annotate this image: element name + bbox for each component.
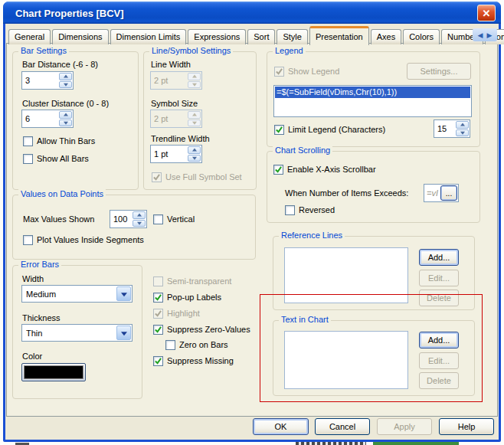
show-all-bars-label: Show All Bars — [37, 154, 89, 163]
checkbox-box — [153, 356, 163, 366]
reference-lines-list[interactable] — [284, 247, 408, 303]
max-values-shown-value: 100 — [110, 211, 132, 227]
check-icon — [155, 294, 162, 301]
tab-colors[interactable]: Colors — [403, 29, 440, 44]
spin-down-icon[interactable] — [188, 155, 201, 162]
checkbox-box — [153, 309, 163, 319]
background-window-artifact — [296, 442, 366, 445]
use-full-symbol-set-label: Use Full Symbol Set — [165, 172, 242, 182]
tab-dimension-limits[interactable]: Dimension Limits — [110, 29, 187, 44]
close-button[interactable]: ✕ — [477, 5, 496, 21]
plot-values-inside-segments-checkbox[interactable]: Plot Values Inside Segments — [23, 234, 144, 245]
legend-title: Legend — [273, 46, 306, 55]
check-icon — [155, 326, 162, 333]
zero-on-bars-checkbox[interactable]: Zero on Bars — [165, 339, 228, 350]
text-in-chart-add-button[interactable]: Add... — [419, 332, 459, 348]
spinner-buttons — [132, 211, 146, 227]
limit-legend-value: 15 — [434, 120, 455, 137]
check-icon — [155, 358, 162, 365]
spin-up-icon[interactable] — [188, 146, 201, 154]
error-bar-width-dropdown[interactable]: Medium — [21, 285, 133, 303]
enable-x-axis-scrollbar-label: Enable X-Axis Scrollbar — [287, 165, 376, 174]
error-bar-thickness-dropdown[interactable]: Thin — [21, 324, 133, 342]
limit-legend-checkbox[interactable]: Limit Legend (Characters) — [274, 124, 385, 135]
title-bar[interactable]: Chart Properties [BCV] — [3, 2, 501, 24]
tab-style[interactable]: Style — [277, 29, 307, 44]
reference-lines-add-button[interactable]: Add... — [419, 249, 459, 266]
spin-up-icon — [188, 111, 201, 119]
symbol-size-label: Symbol Size — [151, 99, 198, 109]
checkbox-box — [152, 172, 162, 182]
suppress-zero-values-checkbox[interactable]: Suppress Zero-Values — [153, 324, 250, 335]
zero-on-bars-label: Zero on Bars — [179, 340, 228, 349]
symbol-size-value: 2 pt — [151, 110, 187, 127]
bar-distance-label: Bar Distance (-6 - 8) — [22, 60, 98, 70]
background-window-artifact — [373, 442, 459, 445]
chevron-down-icon[interactable] — [116, 286, 131, 301]
spin-up-icon[interactable] — [456, 121, 469, 129]
reversed-checkbox[interactable]: Reversed — [285, 205, 335, 215]
close-icon: ✕ — [483, 8, 491, 19]
enable-x-axis-scrollbar-checkbox[interactable]: Enable X-Axis Scrollbar — [273, 164, 376, 175]
highlight-label: Highlight — [167, 309, 200, 318]
items-exceed-ellipsis-button[interactable]: ... — [440, 185, 457, 201]
values-on-data-points-title: Values on Data Points — [18, 189, 106, 198]
checkbox-box — [153, 325, 163, 335]
spinner-buttons — [187, 72, 201, 89]
ellipsis-icon: ... — [446, 189, 452, 198]
limit-legend-spinner[interactable]: 15 — [434, 119, 470, 138]
chevron-down-icon[interactable] — [116, 326, 131, 340]
suppress-missing-checkbox[interactable]: Suppress Missing — [153, 355, 234, 366]
spin-down-icon[interactable] — [133, 220, 146, 227]
tab-scroll-right-icon[interactable]: ▶ — [487, 31, 493, 39]
tab-dimensions[interactable]: Dimensions — [52, 29, 108, 44]
tab-general[interactable]: General — [8, 29, 51, 44]
bar-distance-spinner[interactable]: 3 — [21, 71, 74, 90]
spinner-buttons — [58, 110, 73, 127]
popup-labels-label: Pop-up Labels — [167, 293, 221, 302]
text-in-chart-delete-button: Delete — [419, 372, 459, 389]
spin-down-icon[interactable] — [456, 129, 469, 137]
text-in-chart-title: Text in Chart — [279, 315, 331, 324]
trendline-width-spinner[interactable]: 1 pt — [150, 145, 202, 163]
cancel-button[interactable]: Cancel — [315, 418, 370, 435]
check-icon — [153, 174, 160, 181]
show-all-bars-checkbox[interactable]: Show All Bars — [23, 153, 89, 164]
checkbox-box — [23, 235, 33, 245]
allow-thin-bars-checkbox[interactable]: Allow Thin Bars — [23, 136, 95, 146]
spin-up-icon[interactable] — [133, 211, 146, 219]
vertical-checkbox[interactable]: Vertical — [153, 214, 195, 224]
spin-down-icon — [188, 81, 201, 89]
legend-expression-list[interactable]: =$(=SubField(vDims,Chr(10),1)) — [273, 85, 472, 117]
checkbox-box — [274, 125, 284, 135]
error-bar-color-swatch[interactable] — [21, 363, 86, 381]
bar-distance-value: 3 — [22, 72, 58, 89]
popup-labels-checkbox[interactable]: Pop-up Labels — [153, 292, 221, 303]
spin-up-icon[interactable] — [59, 73, 72, 80]
spin-up-icon[interactable] — [59, 111, 72, 119]
spin-down-icon[interactable] — [59, 119, 72, 127]
tab-sort[interactable]: Sort — [247, 29, 275, 44]
tab-axes[interactable]: Axes — [371, 29, 401, 44]
reversed-label: Reversed — [299, 205, 335, 214]
tab-scroll-left-icon[interactable]: ◀ — [478, 31, 483, 39]
spin-down-icon[interactable] — [59, 81, 72, 89]
help-button[interactable]: Help — [439, 418, 494, 435]
legend-expression-item[interactable]: =$(=SubField(vDims,Chr(10),1)) — [275, 87, 470, 98]
max-values-shown-spinner[interactable]: 100 — [110, 210, 147, 228]
ok-button[interactable]: OK — [253, 418, 309, 435]
items-exceed-input[interactable]: =vI ... — [424, 184, 459, 202]
line-symbol-settings-title: Line/Symbol Settings — [149, 46, 233, 55]
error-bars-title: Error Bars — [18, 260, 61, 269]
semi-transparent-label: Semi-transparent — [167, 276, 231, 286]
text-in-chart-edit-button: Edit... — [419, 352, 459, 369]
check-icon — [155, 310, 162, 317]
tab-presentation[interactable]: Presentation — [309, 26, 369, 45]
cluster-distance-spinner[interactable]: 6 — [21, 110, 74, 128]
color-swatch-fill — [24, 365, 83, 379]
error-bar-thickness-label: Thickness — [22, 313, 61, 323]
symbol-size-spinner: 2 pt — [150, 110, 202, 128]
tab-expressions[interactable]: Expressions — [188, 29, 246, 44]
text-in-chart-list[interactable] — [284, 331, 408, 389]
trendline-width-value: 1 pt — [151, 146, 187, 162]
